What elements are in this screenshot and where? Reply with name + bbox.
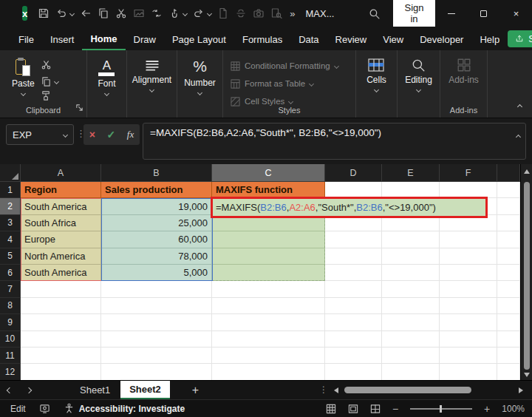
cell-A10[interactable]: [21, 331, 101, 348]
cell-G2[interactable]: [497, 198, 520, 214]
cell-C5[interactable]: [212, 248, 325, 265]
cell-B10[interactable]: [101, 331, 212, 348]
undo-icon[interactable]: [52, 4, 70, 22]
cell-E9[interactable]: [382, 314, 440, 330]
row-header-12[interactable]: 12: [0, 364, 21, 380]
row-header-3[interactable]: 3: [0, 215, 21, 231]
collapse-ribbon-icon[interactable]: [518, 98, 522, 112]
font-button[interactable]: A Font: [98, 58, 115, 95]
cell-A1[interactable]: Region: [21, 182, 101, 198]
cell-E3[interactable]: [382, 215, 440, 231]
cell-B4[interactable]: 60,000: [101, 231, 212, 248]
page-layout-view-icon[interactable]: [348, 404, 358, 414]
cell-F8[interactable]: [440, 298, 497, 314]
cell-D8[interactable]: [325, 298, 382, 314]
cell-E1[interactable]: [382, 182, 440, 198]
column-header-d[interactable]: D: [325, 164, 382, 182]
zoom-in-button[interactable]: +: [484, 403, 490, 415]
enter-formula-icon[interactable]: ✓: [107, 129, 116, 140]
cell-A8[interactable]: [21, 298, 101, 314]
redo-dropdown-icon[interactable]: [207, 10, 212, 16]
cell-D1[interactable]: [325, 182, 382, 198]
cell-E7[interactable]: [382, 281, 440, 297]
cell-G11[interactable]: [497, 348, 520, 364]
row-header-11[interactable]: 11: [0, 348, 21, 364]
touch-mode-dropdown-icon[interactable]: [183, 10, 188, 16]
cell-D5[interactable]: [325, 248, 382, 265]
cell-C8[interactable]: [212, 298, 325, 314]
cell-F1[interactable]: [440, 182, 497, 198]
cell-A7[interactable]: [21, 281, 101, 297]
cell-F7[interactable]: [440, 281, 497, 297]
row-header-4[interactable]: 4: [0, 231, 21, 248]
cell-G7[interactable]: [497, 281, 520, 297]
cell-G10[interactable]: [497, 331, 520, 348]
cell-D4[interactable]: [325, 231, 382, 248]
number-button[interactable]: % Number: [184, 58, 216, 95]
cell-A6[interactable]: South America: [21, 265, 101, 281]
cell-A3[interactable]: South Africa: [21, 215, 101, 231]
active-formula-cell[interactable]: =MAXIFS(B2:B6,A2:A6,"South*", B2:B6,"<>1…: [213, 199, 485, 217]
accessibility-icon[interactable]: [64, 403, 75, 414]
minimize-button[interactable]: [435, 0, 468, 27]
column-header-f[interactable]: F: [440, 164, 497, 182]
cell-G8[interactable]: [497, 298, 520, 314]
horizontal-scroll-thumb[interactable]: [344, 387, 471, 393]
scroll-down-icon[interactable]: [524, 373, 530, 377]
cell-G9[interactable]: [497, 314, 520, 330]
tab-insert[interactable]: Insert: [42, 28, 83, 50]
cell-B2[interactable]: 19,000: [101, 198, 212, 214]
cell-A12[interactable]: [21, 364, 101, 380]
cell-G6[interactable]: [497, 265, 520, 281]
copy-icon[interactable]: [95, 4, 112, 22]
cell-G12[interactable]: [497, 364, 520, 380]
copy-button[interactable]: [41, 76, 58, 87]
cell-G3[interactable]: [497, 215, 520, 231]
cell-B6[interactable]: 5,000: [101, 265, 212, 281]
cell-E6[interactable]: [382, 265, 440, 281]
cell-E4[interactable]: [382, 231, 440, 248]
cell-B9[interactable]: [101, 314, 212, 330]
insert-function-icon[interactable]: fx: [127, 129, 134, 140]
cut-icon[interactable]: [112, 4, 130, 22]
cell-B7[interactable]: [101, 281, 212, 297]
cell-B8[interactable]: [101, 298, 212, 314]
cell-D6[interactable]: [325, 265, 382, 281]
tab-page-layout[interactable]: Page Layout: [164, 28, 234, 50]
cell-A9[interactable]: [21, 314, 101, 330]
cell-C7[interactable]: [212, 281, 325, 297]
back-icon[interactable]: [77, 4, 95, 22]
editing-button[interactable]: Editing: [405, 58, 432, 92]
cell-C3[interactable]: [212, 215, 325, 231]
cell-B3[interactable]: 25,000: [101, 215, 212, 231]
save-icon[interactable]: [35, 4, 52, 22]
column-header-b[interactable]: B: [101, 164, 212, 182]
cell-A2[interactable]: South America: [21, 198, 101, 214]
cell-C11[interactable]: [212, 348, 325, 364]
name-box-dropdown-icon[interactable]: [63, 132, 68, 137]
row-header-6[interactable]: 6: [0, 265, 21, 281]
tab-file[interactable]: File: [10, 28, 42, 50]
alignment-button[interactable]: Alignment: [132, 58, 171, 92]
vertical-scrollbar[interactable]: [520, 164, 532, 380]
cell-F11[interactable]: [440, 348, 497, 364]
cell-A5[interactable]: North America: [21, 248, 101, 265]
cell-C10[interactable]: [212, 331, 325, 348]
cell-F6[interactable]: [440, 265, 497, 281]
conditional-formatting-button[interactable]: Conditional Formatting: [231, 57, 338, 75]
horizontal-scrollbar[interactable]: [334, 381, 523, 399]
scroll-right-icon[interactable]: [519, 387, 523, 393]
cell-G1[interactable]: [497, 182, 520, 198]
format-painter-button[interactable]: [41, 90, 58, 104]
select-all-corner[interactable]: [0, 164, 21, 182]
zoom-slider-knob[interactable]: [440, 405, 442, 413]
cell-E8[interactable]: [382, 298, 440, 314]
cell-F4[interactable]: [440, 231, 497, 248]
sheet-options-dots-icon[interactable]: ⋮: [319, 388, 328, 392]
zoom-level[interactable]: 100%: [502, 404, 525, 414]
page-break-view-icon[interactable]: [370, 404, 381, 414]
cell-D7[interactable]: [325, 281, 382, 297]
cell-mode-indicator[interactable]: Edit: [10, 404, 26, 414]
tab-draw[interactable]: Draw: [126, 28, 164, 50]
cell-D11[interactable]: [325, 348, 382, 364]
